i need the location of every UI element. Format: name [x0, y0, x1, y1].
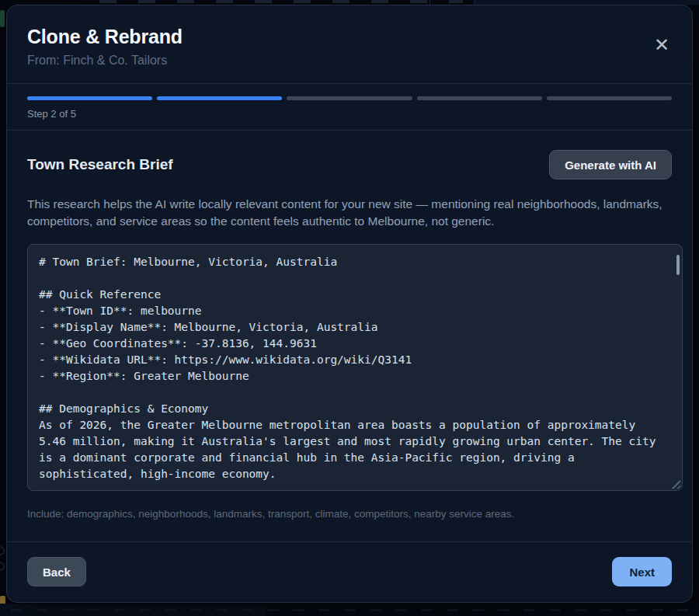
section-header: Town Research Brief Generate with AI — [27, 150, 672, 179]
background-fragment-green — [0, 10, 5, 27]
background-fragment-ring — [0, 546, 5, 555]
include-hint: Include: demographics, neighborhoods, la… — [27, 508, 672, 520]
progress-segment-5 — [547, 96, 672, 100]
progress-section: Step 2 of 5 — [7, 83, 692, 131]
section-heading: Town Research Brief — [27, 156, 173, 173]
generate-with-ai-button[interactable]: Generate with AI — [549, 150, 672, 179]
dialog-subtitle: From: Finch & Co. Tailors — [27, 54, 672, 68]
background-fragment-top-text — [99, 0, 463, 3]
step-label: Step 2 of 5 — [27, 108, 672, 120]
textarea-scrollbar-thumb[interactable] — [676, 255, 680, 275]
back-button[interactable]: Back — [27, 557, 86, 586]
progress-segment-2 — [157, 96, 282, 100]
next-button[interactable]: Next — [612, 557, 672, 586]
town-brief-textarea[interactable]: # Town Brief: Melbourne, Victoria, Austr… — [27, 244, 683, 491]
close-icon: ✕ — [654, 34, 669, 55]
background-fragment-ring — [0, 562, 5, 571]
dialog-header: Clone & Rebrand From: Finch & Co. Tailor… — [7, 5, 692, 83]
progress-segment-4 — [417, 96, 542, 100]
clone-rebrand-dialog: Clone & Rebrand From: Finch & Co. Tailor… — [6, 5, 693, 603]
dialog-title: Clone & Rebrand — [27, 26, 672, 48]
background-fragment-bottom — [0, 604, 699, 616]
progress-segment-1 — [27, 96, 152, 100]
progress-bar — [27, 96, 672, 100]
close-button[interactable]: ✕ — [649, 32, 675, 58]
textarea-resize-grip[interactable] — [669, 478, 680, 489]
section-description: This research helps the AI write locally… — [27, 196, 672, 229]
dialog-footer: Back Next — [7, 541, 692, 602]
progress-segment-3 — [287, 96, 412, 100]
background-fragment-bottom-row — [11, 609, 688, 611]
dialog-body: Town Research Brief Generate with AI Thi… — [7, 131, 692, 541]
